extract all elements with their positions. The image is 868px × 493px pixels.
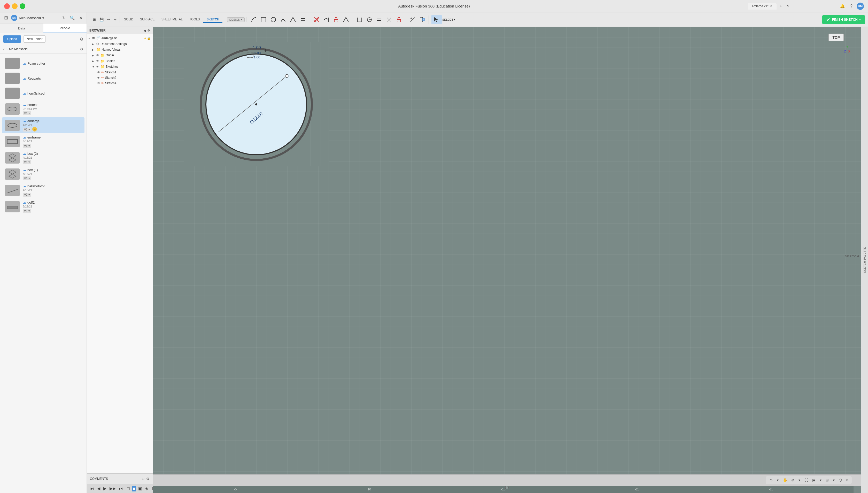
measure-tool-button[interactable] (408, 16, 417, 24)
new-folder-button[interactable]: New Folder (23, 36, 46, 43)
grid-layout-icon[interactable]: ⊞ (91, 17, 97, 22)
pan-button[interactable]: ✋ (781, 477, 788, 483)
close-sidebar-icon[interactable]: ✕ (78, 15, 83, 21)
mode-tab-sheet-metal[interactable]: SHEET METAL (158, 17, 186, 23)
refresh-button[interactable]: ↻ (785, 3, 790, 9)
tree-expand-arrow[interactable]: ▼ (92, 65, 96, 68)
sketch-view-4-button[interactable]: ◈ (144, 486, 149, 491)
view-top-label[interactable]: TOP (828, 34, 844, 41)
fit-button[interactable]: ⛶ (803, 477, 809, 483)
list-item[interactable]: ☁ box (1) 4/14/21 V1 ▾ (2, 166, 85, 182)
grid-icon[interactable]: ⊞ (3, 15, 9, 21)
breadcrumb-home-icon[interactable]: ⌂ (3, 47, 5, 51)
add-tab-button[interactable]: + (779, 3, 783, 9)
circle-tool-button[interactable] (269, 16, 278, 24)
active-tab[interactable]: emlarge v1* ✕ (748, 3, 777, 9)
rectangle-tool-button[interactable] (259, 16, 268, 24)
list-item[interactable]: ☁ ballshototot 4/10/21 V2 ▾ (2, 183, 85, 198)
comments-expand-icon[interactable]: ⊕ (142, 477, 145, 481)
radial-dimension-button[interactable] (365, 16, 374, 24)
tree-expand-arrow[interactable]: ▶ (92, 54, 96, 57)
perpendicular-button[interactable] (384, 16, 394, 24)
maximize-button[interactable] (20, 3, 25, 9)
finish-sketch-button[interactable]: ✓ FINISH SKETCH ▾ (822, 15, 865, 24)
file-version[interactable]: V1 ▾ (23, 128, 31, 131)
tree-visibility-icon[interactable]: 👁 (96, 53, 99, 57)
tree-visibility-icon[interactable]: 👁 (97, 81, 100, 85)
canvas-area[interactable]: TOP Y Z X (153, 27, 861, 493)
lock-constraint-button[interactable] (394, 16, 404, 24)
view-settings-button[interactable]: ▾ (776, 477, 780, 483)
minimize-button[interactable] (12, 3, 18, 9)
select-button[interactable] (431, 15, 442, 24)
refresh-icon[interactable]: ↻ (61, 15, 67, 21)
tree-item-root[interactable]: ▼ 👁 📄 emlarge v1 ★ 🔒 (87, 36, 153, 41)
file-version[interactable]: V1 ▾ (23, 111, 31, 115)
browser-collapse-button[interactable]: ◀ (144, 28, 146, 33)
tab-people[interactable]: People (43, 23, 87, 33)
tree-expand-arrow[interactable]: ▶ (92, 60, 96, 63)
list-item[interactable]: ☁ emtest 2:45:51 PM V1 ▾ (2, 101, 85, 117)
mode-tab-solid[interactable]: SOLID (121, 17, 136, 23)
tree-item-named-views[interactable]: ▶ 📁 Named Views (87, 47, 153, 52)
list-item[interactable]: ☁ emframe 4/19/21 V3 ▾ (2, 134, 85, 149)
tree-expand-arrow[interactable]: ▼ (88, 37, 92, 40)
orbit-button[interactable]: ⊙ (768, 477, 774, 483)
breadcrumb-settings-icon[interactable]: ⚙ (80, 47, 83, 51)
undo-button[interactable]: ↩ (106, 17, 112, 22)
sketch-view-3-button[interactable]: ▣ (137, 486, 143, 491)
zoom-settings-button[interactable]: ▾ (797, 477, 802, 483)
zoom-button[interactable]: ⊕ (790, 477, 796, 483)
tree-visibility-icon[interactable]: 👁 (97, 76, 100, 80)
tree-item-bodies[interactable]: ▶ 👁 📁 Bodies (87, 58, 153, 64)
tree-item-sketch4[interactable]: 👁 ✏ Sketch4 (87, 80, 153, 86)
search-icon[interactable]: 🔍 (69, 15, 76, 21)
list-item[interactable]: ☁ Revparts (2, 71, 85, 86)
grid-dropdown[interactable]: ▾ (831, 477, 836, 483)
file-version[interactable]: V1 ▾ (23, 209, 31, 213)
nav-cube-button[interactable]: ⬡ (838, 477, 843, 483)
playback-prev-button[interactable]: ◀ (96, 486, 101, 491)
tree-item-sketches[interactable]: ▼ 👁 📁 Sketches (87, 64, 153, 69)
chamfer-tool-button[interactable] (341, 16, 351, 24)
equal-constraint-button[interactable] (374, 16, 384, 24)
help-button[interactable]: ? (849, 3, 853, 9)
tree-item-origin[interactable]: ▶ 👁 📁 Origin (87, 52, 153, 58)
grid-toggle-button[interactable]: ⊞ (824, 477, 830, 483)
dimension-tool-button[interactable] (355, 16, 364, 24)
tab-data[interactable]: Data (0, 23, 43, 33)
tree-item-sketch1[interactable]: 👁 ✏ Sketch1 (87, 69, 153, 75)
tree-expand-arrow[interactable]: ▶ (92, 43, 96, 45)
file-version[interactable]: V1 ▾ (23, 160, 31, 164)
display-mode-button[interactable]: ▣ (811, 477, 817, 483)
trim-tool-button[interactable] (312, 16, 321, 24)
tree-visibility-icon[interactable]: 👁 (92, 37, 95, 40)
tree-visibility-icon[interactable]: 👁 (96, 59, 99, 63)
save-button[interactable]: 💾 (98, 17, 105, 22)
arc-tool-button[interactable] (279, 16, 288, 24)
user-dropdown-arrow[interactable]: ▾ (42, 16, 44, 20)
list-item[interactable]: ☁ golf2 3/22/21 V1 ▾ (2, 199, 85, 214)
list-item[interactable]: ☁ box (2) 4/15/21 V1 ▾ (2, 150, 85, 166)
lock-tool-button[interactable] (331, 16, 341, 24)
bell-icon[interactable]: 🔔 (839, 3, 846, 9)
nav-dropdown[interactable]: ▾ (845, 477, 849, 483)
playback-play-button[interactable]: ▶ (102, 486, 107, 491)
sidebar-settings-icon[interactable]: ⚙ (80, 36, 83, 43)
playback-first-button[interactable]: ⏮ (89, 486, 95, 491)
finish-sketch-dropdown[interactable]: ▾ (859, 18, 861, 21)
sketch-view-1-button[interactable]: □ (126, 486, 131, 491)
tree-visibility-icon[interactable]: 👁 (97, 70, 100, 74)
insert-tool-button[interactable] (418, 16, 427, 24)
tab-close-icon[interactable]: ✕ (770, 4, 773, 8)
triangle-tool-button[interactable] (288, 16, 298, 24)
canvas-handle[interactable] (505, 486, 509, 489)
upload-button[interactable]: Upload (3, 36, 21, 43)
mode-tab-sketch[interactable]: SKETCH (203, 17, 222, 23)
list-item[interactable]: ☁ horn3sliced (2, 86, 85, 101)
tree-item-sketch2[interactable]: 👁 ✏ Sketch2 (87, 75, 153, 80)
list-item[interactable]: ☁ Foam cutter (2, 56, 85, 70)
playback-next-button[interactable]: ▶▶ (108, 486, 117, 491)
file-version[interactable]: V3 ▾ (23, 144, 31, 148)
redo-button[interactable]: ↪ (112, 17, 118, 22)
